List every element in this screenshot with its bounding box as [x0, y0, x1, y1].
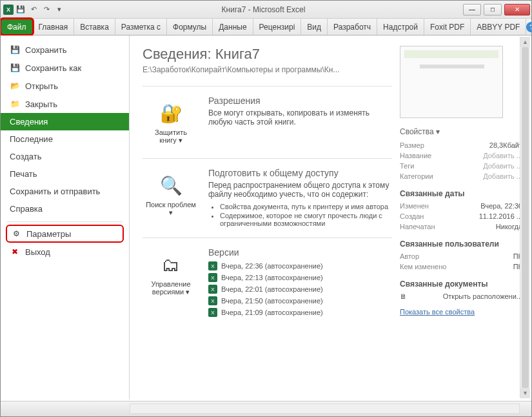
sidebar-item-new[interactable]: Создать — [1, 148, 129, 165]
close-icon: 📁 — [10, 99, 20, 109]
version-row[interactable]: XВчера, 22:36 (автосохранение) — [208, 260, 392, 272]
version-row[interactable]: XВчера, 22:01 (автосохранение) — [208, 283, 392, 295]
sidebar-label: Сохранить как — [25, 63, 81, 73]
sidebar-item-print[interactable]: Печать — [1, 165, 129, 183]
tab-view[interactable]: Вид — [301, 19, 328, 35]
prop-key: Автор — [400, 252, 419, 260]
prop-value: Вчера, 22:36 — [480, 202, 522, 210]
prop-key: Напечатан — [400, 223, 435, 230]
tab-abbyy[interactable]: ABBYY PDF — [471, 19, 526, 35]
prop-key: Изменен — [400, 202, 429, 210]
open-icon: 📂 — [10, 81, 20, 91]
version-row[interactable]: XВчера, 21:09 (автосохранение) — [208, 307, 392, 318]
sidebar-item-save[interactable]: 💾Сохранить — [1, 41, 129, 59]
excel-file-icon: X — [208, 308, 217, 317]
prop-value[interactable]: Добавить ... — [483, 152, 522, 159]
vertical-scrollbar[interactable]: ▲ ▼ — [520, 37, 530, 398]
permissions-heading: Разрешения — [208, 96, 392, 106]
tab-home[interactable]: Главная — [33, 19, 75, 35]
tab-foxit[interactable]: Foxit PDF — [424, 19, 471, 35]
check-issues-button[interactable]: 🔍 Поиск проблем ▾ — [143, 168, 199, 229]
page-title: Сведения: Книга7 — [143, 46, 392, 63]
sidebar-item-open[interactable]: 📂Открыть — [1, 77, 129, 95]
dates-heading: Связанные даты — [400, 189, 522, 198]
version-label: Вчера, 21:50 (автосохранение) — [221, 297, 323, 305]
prop-key: Теги — [400, 162, 414, 170]
excel-file-icon: X — [208, 273, 217, 282]
ribbon-tabs: Файл Главная Вставка Разметка с Формулы … — [1, 19, 531, 36]
prop-value[interactable]: Добавить ... — [483, 172, 522, 180]
window-title: Книга7 - Microsoft Excel — [65, 5, 462, 14]
prop-value: 28,3Кбайт — [489, 141, 522, 149]
sidebar-label: Открыть — [25, 81, 58, 91]
quick-access-toolbar: X 💾 ↶ ↷ ▾ — [1, 4, 65, 15]
tab-review[interactable]: Рецензирі — [253, 19, 302, 35]
sidebar-item-options[interactable]: ⚙Параметры — [7, 226, 123, 241]
excel-file-icon: X — [208, 261, 217, 270]
sidebar-label: Сохранить и отправить — [10, 187, 100, 196]
tab-file[interactable]: Файл — [1, 19, 33, 35]
versions-section: 🗂 Управление версиями ▾ Версии XВчера, 2… — [143, 238, 392, 327]
manage-versions-button[interactable]: 🗂 Управление версиями ▾ — [143, 247, 199, 318]
tab-insert[interactable]: Вставка — [74, 19, 115, 35]
options-icon: ⚙ — [11, 229, 21, 239]
tab-addins[interactable]: Надстрой — [377, 19, 424, 35]
version-label: Вчера, 22:13 (автосохранение) — [221, 274, 323, 281]
saveas-icon: 💾 — [10, 63, 20, 73]
version-row[interactable]: XВчера, 21:50 (автосохранение) — [208, 295, 392, 307]
document-thumbnail[interactable] — [400, 46, 503, 118]
file-icon: 🗎 — [400, 292, 407, 300]
qat-save-icon[interactable]: 💾 — [15, 4, 26, 15]
users-heading: Связанные пользователи — [400, 239, 522, 249]
sidebar-item-exit[interactable]: ✖Выход — [1, 243, 129, 261]
prepare-list: Свойства документа, путь к принтеру и им… — [220, 203, 392, 227]
maximize-button[interactable]: □ — [484, 4, 502, 15]
qat-undo-icon[interactable]: ↶ — [28, 4, 39, 15]
button-label: Защитить книгу ▾ — [146, 128, 196, 145]
info-panel: Сведения: Книга7 E:\Заработок\Копирайт\К… — [130, 36, 531, 400]
status-bar — [1, 401, 531, 416]
sidebar-item-saveas[interactable]: 💾Сохранить как — [1, 59, 129, 77]
version-row[interactable]: XВчера, 22:13 (автосохранение) — [208, 272, 392, 283]
tab-pagelayout[interactable]: Разметка с — [115, 19, 167, 35]
file-path: E:\Заработок\Копирайт\Компьютеры и прогр… — [143, 65, 392, 74]
close-button[interactable]: ✕ — [504, 4, 530, 15]
backstage-sidebar: 💾Сохранить 💾Сохранить как 📂Открыть 📁Закр… — [1, 36, 130, 400]
prepare-section: 🔍 Поиск проблем ▾ Подготовить к общему д… — [143, 158, 392, 238]
show-all-properties-link[interactable]: Показать все свойства — [400, 308, 522, 316]
prepare-heading: Подготовить к общему доступу — [208, 168, 392, 178]
sidebar-item-close[interactable]: 📁Закрыть — [1, 95, 129, 113]
excel-icon: X — [3, 5, 14, 15]
permissions-section: 🔐 Защитить книгу ▾ Разрешения Все могут … — [143, 86, 392, 158]
properties-dropdown[interactable]: Свойства ▾ — [400, 127, 522, 136]
properties-panel: Свойства ▾ Размер28,3Кбайт НазваниеДобав… — [400, 46, 522, 393]
prop-key: Размер — [400, 141, 424, 149]
prop-value: 11.12.2016 ... — [479, 212, 522, 220]
open-location-link[interactable]: 🗎Открыть расположени... — [400, 291, 522, 301]
sidebar-label: Последние — [10, 134, 53, 144]
minimize-button[interactable]: — — [463, 4, 481, 15]
scroll-thumb[interactable] — [522, 47, 529, 388]
help-icon[interactable]: ? — [526, 22, 532, 32]
sidebar-item-info[interactable]: Сведения — [1, 113, 129, 130]
sidebar-item-recent[interactable]: Последние — [1, 130, 129, 148]
scroll-down-icon[interactable]: ▼ — [520, 388, 530, 398]
version-label: Вчера, 21:09 (автосохранение) — [221, 309, 323, 316]
tab-formulas[interactable]: Формулы — [167, 19, 213, 35]
horizontal-scrollbar[interactable] — [130, 403, 520, 414]
prop-key: Создан — [400, 212, 424, 220]
prop-value[interactable]: Добавить ... — [483, 162, 522, 170]
excel-file-icon: X — [208, 285, 217, 294]
sidebar-item-share[interactable]: Сохранить и отправить — [1, 183, 129, 200]
qat-customize-icon[interactable]: ▾ — [54, 4, 65, 15]
tab-developer[interactable]: Разработч — [328, 19, 377, 35]
list-item: Свойства документа, путь к принтеру и им… — [220, 203, 392, 210]
sidebar-label: Создать — [10, 152, 41, 161]
prop-key: Название — [400, 152, 431, 159]
exit-icon: ✖ — [10, 247, 20, 257]
protect-workbook-button[interactable]: 🔐 Защитить книгу ▾ — [143, 96, 199, 149]
sidebar-item-help[interactable]: Справка — [1, 200, 129, 218]
tab-data[interactable]: Данные — [213, 19, 253, 35]
qat-redo-icon[interactable]: ↷ — [41, 4, 52, 15]
scroll-up-icon[interactable]: ▲ — [520, 37, 530, 47]
